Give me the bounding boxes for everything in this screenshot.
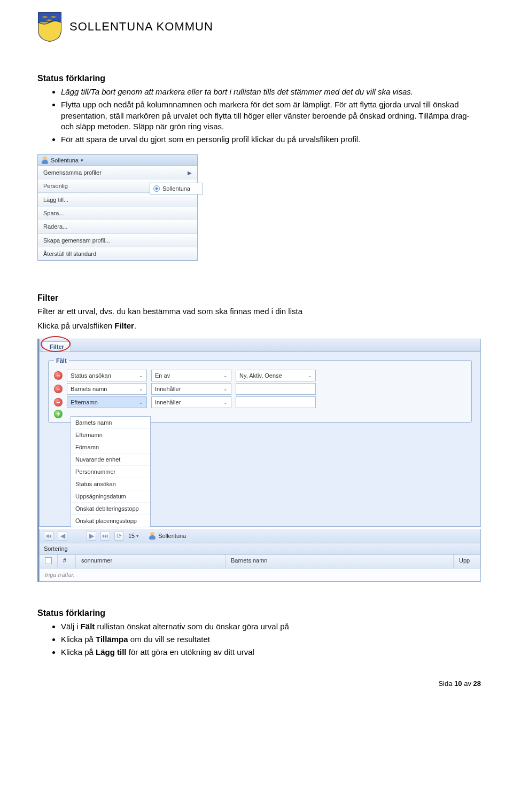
menu-item-create-shared[interactable]: Skapa gemensam profil... — [38, 233, 197, 247]
chevron-down-icon: ⌄ — [139, 373, 143, 378]
sort-label: Sortering — [44, 545, 68, 552]
menu-label: Gemensamma profiler — [43, 169, 102, 176]
field-combo[interactable]: Status ansökan ⌄ — [67, 370, 147, 381]
prev-page-button[interactable]: ◀ — [58, 531, 67, 541]
menu-item-reset[interactable]: Återställ till standard — [38, 247, 197, 260]
dropdown-option[interactable]: Barnets namn — [71, 417, 150, 428]
add-row-icon[interactable]: + — [54, 410, 63, 418]
filter-row: – Barnets namn ⌄ Innehåller ⌄ — [54, 383, 466, 395]
section-heading-status-1: Status förklaring — [37, 74, 481, 83]
last-page-button[interactable]: ⏭ — [100, 531, 110, 541]
menu-item-shared-profiles[interactable]: Gemensamma profiler ▶ — [38, 166, 197, 179]
no-hits-message: Inga träffar. — [39, 568, 481, 582]
chevron-down-icon: ⌄ — [139, 400, 143, 405]
col-checkbox[interactable] — [40, 555, 58, 568]
combo-value: Status ansökan — [71, 372, 111, 379]
profile-label: Sollentuna — [51, 157, 79, 163]
radio-icon — [153, 185, 160, 192]
dropdown-option[interactable]: Nuvarande enhet — [71, 453, 150, 465]
menu-label: Radera... — [43, 223, 67, 230]
remove-row-icon[interactable]: – — [54, 398, 63, 407]
screenshot-filter-panel: Filter Fält – Status ansökan ⌄ En av ⌄ N… — [37, 339, 481, 582]
status-bullets-2: Välj i Fält rullistan önskat alternativ … — [37, 621, 481, 658]
caret-down-icon: ▾ — [81, 158, 83, 163]
bullet-item: Klicka på Tillämpa om du vill se resulta… — [61, 634, 481, 645]
chevron-down-icon: ⌄ — [139, 386, 143, 392]
tab-filter[interactable]: Filter — [43, 341, 71, 352]
dropdown-option[interactable]: Personnummer — [71, 465, 150, 478]
chevron-right-icon: ▶ — [188, 170, 192, 176]
dropdown-option[interactable]: Uppsägningsdatum — [71, 490, 150, 502]
page-size-label: 15 — [128, 533, 135, 539]
menu-item-add[interactable]: Lägg till... — [38, 193, 197, 206]
bullet-item: Lägg till/Ta bort genom att markera elle… — [61, 87, 481, 97]
brand-name: SOLLENTUNA KOMMUN — [69, 20, 213, 34]
page-header: SOLLENTUNA KOMMUN — [37, 0, 481, 42]
submenu-label: Sollentuna — [162, 185, 190, 192]
col-hash[interactable]: # — [58, 555, 76, 568]
chevron-down-icon: ⌄ — [223, 373, 228, 378]
dropdown-option[interactable]: Status ansökan — [71, 478, 150, 490]
person-icon — [149, 532, 156, 540]
combo-value: Efternamn — [71, 399, 98, 405]
col-barnets-namn[interactable]: Barnets namn — [226, 555, 454, 568]
filter-fieldset: Fält – Status ansökan ⌄ En av ⌄ Ny, Akti… — [48, 357, 472, 423]
chevron-down-icon: ⌄ — [223, 400, 228, 405]
menu-label: Skapa gemensam profil... — [43, 237, 110, 244]
filter-tabbar: Filter — [39, 339, 481, 352]
col-upp[interactable]: Upp — [454, 555, 480, 568]
bullet-item: Välj i Fält rullistan önskat alternativ … — [61, 621, 481, 632]
filter-desc-2: Klicka på urvalsfliken Filter. — [37, 321, 481, 331]
combo-value: Ny, Aktiv, Oense — [239, 372, 282, 379]
first-page-button[interactable]: ⏮ — [44, 531, 53, 541]
dropdown-option[interactable]: Önskat placeringsstopp — [71, 514, 150, 527]
operator-combo[interactable]: Innehåller ⌄ — [151, 383, 231, 395]
value-combo[interactable]: Ny, Aktiv, Oense ⌄ — [236, 370, 316, 381]
person-icon — [41, 157, 49, 164]
menu-label: Lägg till... — [43, 197, 68, 203]
filter-row: – Efternamn ⌄ Innehåller ⌄ — [54, 396, 466, 408]
chevron-down-icon: ⌄ — [308, 373, 312, 378]
value-input[interactable] — [236, 396, 316, 408]
menu-item-delete[interactable]: Radera... — [38, 220, 197, 233]
operator-combo[interactable]: Innehåller ⌄ — [151, 396, 231, 408]
filter-desc-1: Filter är ett urval, dvs. du kan bestämm… — [37, 306, 481, 317]
menu-item-save[interactable]: Spara... — [38, 206, 197, 220]
fieldset-legend: Fält — [54, 357, 69, 364]
combo-value: Innehåller — [155, 386, 181, 392]
field-dropdown-list: Barnets namn Efternamn Förnamn Nuvarande… — [71, 416, 151, 527]
dropdown-option[interactable]: Förnamn — [71, 441, 150, 453]
remove-row-icon[interactable]: – — [54, 371, 63, 380]
section-heading-filter: Filter — [37, 293, 481, 303]
menu-label: Återställ till standard — [43, 251, 96, 257]
status-bullets-1: Lägg till/Ta bort genom att markera elle… — [37, 87, 481, 145]
value-input[interactable] — [236, 383, 316, 395]
checkbox-icon — [45, 557, 52, 564]
bullet-item: För att spara de urval du gjort som en p… — [61, 134, 481, 145]
col-personnummer[interactable]: sonnummer — [76, 555, 226, 568]
chevron-down-icon: ⌄ — [223, 386, 228, 392]
municipality-crest-icon — [37, 12, 62, 42]
bullet-item: Flytta upp och nedåt på kolumnnamnen och… — [61, 99, 481, 132]
profile-toolbar[interactable]: Sollentuna ▾ — [37, 154, 198, 166]
submenu-sollentuna[interactable]: Sollentuna — [150, 183, 203, 194]
chevron-down-icon[interactable]: ▾ — [136, 533, 139, 538]
operator-combo[interactable]: En av ⌄ — [151, 370, 231, 381]
combo-value: En av — [155, 372, 170, 379]
remove-row-icon[interactable]: – — [54, 385, 63, 393]
combo-value: Barnets namn — [71, 386, 107, 392]
page-footer: Sida 10 av 28 — [37, 680, 481, 688]
sort-bar: Sortering — [39, 543, 481, 555]
next-page-button[interactable]: ▶ — [87, 531, 96, 541]
dropdown-option[interactable]: Efternamn — [71, 428, 150, 441]
screenshot-profile-menu: Sollentuna ▾ Gemensamma profiler ▶ Perso… — [37, 154, 198, 261]
profile-dropdown: Gemensamma profiler ▶ Personlig Lägg til… — [37, 166, 198, 261]
combo-value: Innehåller — [155, 399, 181, 405]
column-headers: # sonnummer Barnets namn Upp — [39, 555, 481, 568]
refresh-button[interactable]: ⟳ — [114, 531, 124, 541]
field-combo[interactable]: Efternamn ⌄ — [67, 396, 147, 408]
field-combo[interactable]: Barnets namn ⌄ — [67, 383, 147, 395]
menu-label: Spara... — [43, 210, 64, 216]
context-label: Sollentuna — [158, 533, 186, 539]
dropdown-option[interactable]: Önskat debiteringsstopp — [71, 502, 150, 514]
